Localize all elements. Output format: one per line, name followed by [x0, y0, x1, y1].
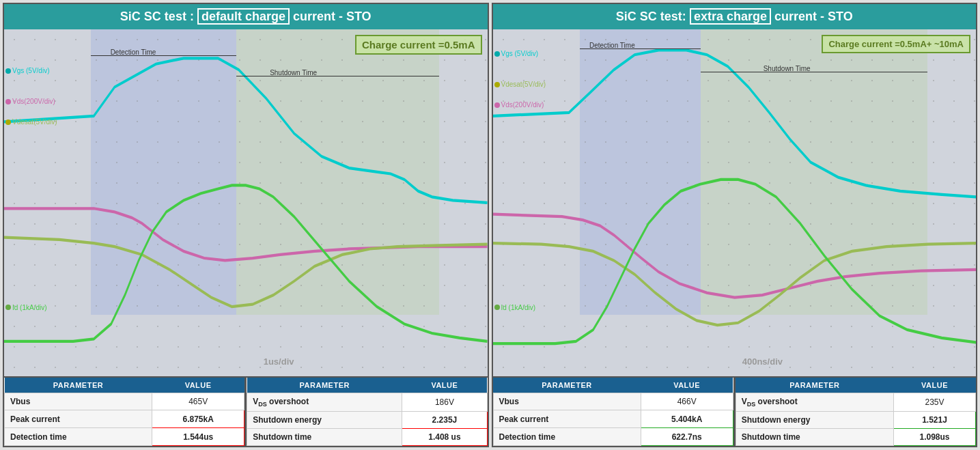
right-id-label: Id (1kA/div)	[494, 304, 536, 311]
right-t1-det-value: 622.7ns	[641, 428, 733, 446]
left-t1-vbus-value: 465V	[152, 393, 244, 410]
right-t2-shutdown-value: 1.098us	[894, 429, 976, 446]
right-t1-vbus-value: 466V	[641, 393, 733, 410]
right-t2-shutdown-param: Shutdown time	[736, 429, 893, 446]
left-vdesat-label: Vdesat(5V/div)	[5, 118, 57, 126]
table-row: Detection time 1.544us	[5, 428, 244, 446]
table-row: Vbus 465V	[5, 393, 244, 410]
left-t1-vbus-param: Vbus	[5, 393, 152, 410]
left-t2-energy-value: 2.235J	[402, 412, 487, 429]
right-t1-param-header: PARAMETER	[493, 378, 641, 393]
table-row: Shutdown time 1.098us	[736, 429, 975, 446]
left-timescale: 1us/div	[264, 356, 294, 367]
left-table-area: PARAMETER VALUE Vbus 465V Peak current 6…	[4, 376, 488, 446]
right-t1-peak-value: 5.404kA	[641, 410, 733, 428]
left-t2-param-header: PARAMETER	[247, 378, 402, 393]
left-vgs-label: Vgs (5V/div)	[5, 67, 49, 74]
left-vds-label: Vds(200V/div)	[5, 98, 55, 105]
right-chart: Charge current =0.5mA+ ~10mA Detection T…	[493, 29, 977, 376]
right-t1-vbus-param: Vbus	[493, 393, 641, 410]
right-shutdown-line	[701, 72, 928, 72]
left-panel: SiC SC test : default charge current - S…	[3, 3, 489, 447]
left-chart: Charge current =0.5mA Detection Time Shu…	[4, 29, 488, 376]
right-t1-value-header: VALUE	[641, 378, 733, 393]
table-row: Shutdown energy 2.235J	[247, 412, 487, 429]
right-t2-vds-value: 235V	[894, 393, 976, 411]
left-t2-vds-value: 186V	[402, 393, 487, 411]
right-panel: SiC SC test: extra charge current - STO …	[492, 3, 978, 447]
right-table-2: PARAMETER VALUE VDS overshoot 235V Shutd…	[736, 378, 976, 446]
left-highlight: default charge	[197, 8, 290, 25]
right-waveform-svg	[493, 29, 977, 376]
left-t1-peak-value: 6.875kA	[152, 410, 244, 428]
right-timescale: 400ns/div	[742, 356, 783, 367]
left-t2-energy-param: Shutdown energy	[247, 412, 402, 429]
table-row: Peak current 5.404kA	[493, 410, 733, 428]
left-panel-header: SiC SC test : default charge current - S…	[4, 4, 488, 29]
left-t1-param-header: PARAMETER	[5, 378, 152, 393]
right-table-area: PARAMETER VALUE Vbus 466V Peak current 5…	[493, 376, 977, 446]
right-t2-value-header: VALUE	[894, 378, 976, 393]
left-t1-det-param: Detection time	[5, 428, 152, 446]
right-panel-header: SiC SC test: extra charge current - STO	[493, 4, 977, 29]
right-vdesat-label: Vdesat(5V/div)	[494, 81, 546, 88]
left-table-2: PARAMETER VALUE VDS overshoot 186V Shutd…	[247, 378, 487, 446]
table-row: Shutdown time 1.408 us	[247, 429, 487, 446]
table-row: VDS overshoot 186V	[247, 393, 487, 411]
table-row: VDS overshoot 235V	[736, 393, 975, 411]
right-table-1: PARAMETER VALUE Vbus 466V Peak current 5…	[493, 378, 733, 446]
left-charge-label: Charge current =0.5mA	[355, 35, 481, 55]
right-charge-label: Charge current =0.5mA+ ~10mA	[822, 35, 970, 53]
right-detection-line	[580, 48, 701, 49]
right-t1-peak-param: Peak current	[493, 410, 641, 428]
left-detection-line	[91, 55, 236, 56]
left-id-label: Id (1kA/div)	[5, 304, 47, 311]
right-highlight: extra charge	[690, 8, 771, 25]
left-waveform-svg	[4, 29, 488, 376]
right-t2-energy-param: Shutdown energy	[736, 412, 893, 429]
right-t2-param-header: PARAMETER	[736, 378, 893, 393]
right-t2-vds-param: VDS overshoot	[736, 393, 893, 411]
left-t2-shutdown-value: 1.408 us	[402, 429, 487, 446]
table-row: Peak current 6.875kA	[5, 410, 244, 428]
left-t2-value-header: VALUE	[402, 378, 487, 393]
left-t1-value-header: VALUE	[152, 378, 244, 393]
left-t2-vds-param: VDS overshoot	[247, 393, 402, 411]
left-table-1: PARAMETER VALUE Vbus 465V Peak current 6…	[4, 378, 244, 446]
table-row: Shutdown energy 1.521J	[736, 412, 975, 429]
left-shutdown-line	[236, 76, 439, 76]
right-vds-label: Vds(200V/div)	[494, 101, 544, 109]
table-row: Detection time 622.7ns	[493, 428, 733, 446]
right-t1-det-param: Detection time	[493, 428, 641, 446]
right-vgs-label: Vgs (5V/div)	[494, 50, 538, 57]
left-t1-det-value: 1.544us	[152, 428, 244, 446]
table-row: Vbus 466V	[493, 393, 733, 410]
left-t2-shutdown-param: Shutdown time	[247, 429, 402, 446]
right-t2-energy-value: 1.521J	[894, 412, 976, 429]
left-t1-peak-param: Peak current	[5, 410, 152, 428]
